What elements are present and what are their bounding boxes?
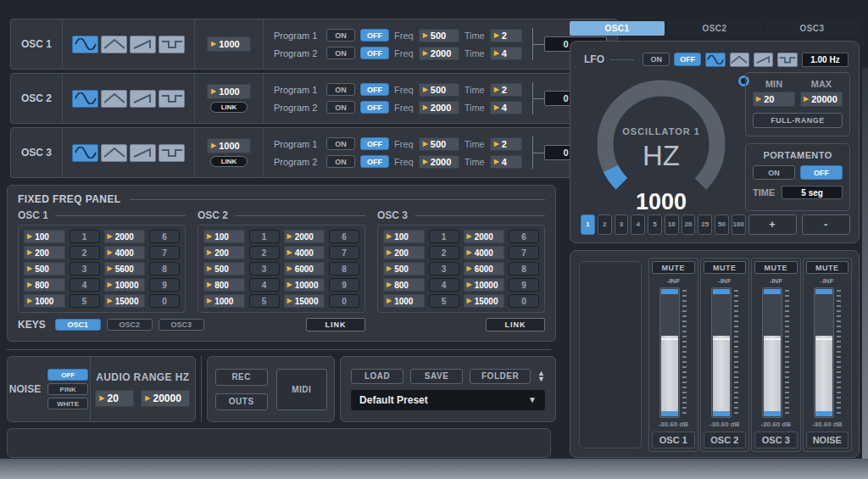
- keys-osc-button[interactable]: OSC1: [55, 319, 101, 331]
- key-button[interactable]: 8: [329, 262, 359, 276]
- freq-value[interactable]: ▶ 200: [383, 246, 425, 259]
- osc-tab[interactable]: OSC3: [765, 21, 860, 36]
- freq-value[interactable]: ▶ 1000: [24, 294, 65, 308]
- freq-value[interactable]: ▶ 6000: [464, 262, 505, 276]
- triangle-wave-button[interactable]: [101, 36, 127, 53]
- noise-mode-button[interactable]: WHITE: [47, 398, 88, 409]
- sine-wave-button[interactable]: [72, 90, 98, 108]
- increment-button[interactable]: +: [748, 214, 797, 235]
- link-button[interactable]: LINK: [306, 318, 365, 331]
- program-off-button[interactable]: OFF: [360, 101, 389, 114]
- freq-value[interactable]: ▶ 800: [383, 278, 425, 292]
- program-freq-value[interactable]: ▶ 500: [419, 29, 459, 42]
- key-button[interactable]: 9: [329, 278, 359, 292]
- freq-value[interactable]: ▶ 15000: [464, 294, 505, 308]
- square-wave-button[interactable]: [159, 90, 185, 108]
- key-button[interactable]: 3: [70, 262, 100, 276]
- program-on-button[interactable]: ON: [326, 29, 355, 42]
- program-time-value[interactable]: ▶ 2: [490, 83, 522, 97]
- osc-tab[interactable]: OSC2: [667, 21, 762, 36]
- freq-value[interactable]: ▶ 6000: [284, 262, 326, 276]
- freq-value[interactable]: ▶ 10000: [104, 278, 146, 292]
- key-button[interactable]: 4: [70, 278, 100, 292]
- key-button[interactable]: 3: [429, 262, 459, 276]
- freq-value[interactable]: ▶ 10000: [284, 278, 326, 292]
- program-off-button[interactable]: OFF: [360, 29, 389, 42]
- noise-mode-button[interactable]: PINK: [47, 383, 88, 395]
- rec-button[interactable]: REC: [215, 369, 268, 386]
- key-button[interactable]: 5: [70, 294, 100, 308]
- freq-value[interactable]: ▶ 2000: [284, 230, 326, 243]
- program-on-button[interactable]: ON: [326, 137, 355, 150]
- freq-value[interactable]: ▶ 200: [203, 246, 245, 259]
- portamento-off-button[interactable]: OFF: [800, 165, 843, 180]
- key-button[interactable]: 8: [149, 262, 180, 276]
- osc-tab[interactable]: OSC1: [570, 21, 665, 36]
- freq-value[interactable]: ▶ 15000: [104, 294, 146, 308]
- program-time-value[interactable]: ▶ 4: [490, 47, 522, 60]
- midi-button[interactable]: MIDI: [276, 369, 327, 410]
- save-button[interactable]: SAVE: [410, 369, 463, 384]
- key-button[interactable]: 7: [149, 246, 180, 259]
- saw-wave-button[interactable]: [130, 36, 156, 53]
- link-button[interactable]: LINK: [486, 318, 545, 331]
- key-button[interactable]: 6: [149, 230, 180, 243]
- portamento-on-button[interactable]: ON: [753, 165, 795, 180]
- step-size-button[interactable]: 10: [665, 214, 679, 235]
- preset-dropdown[interactable]: Default Preset ▼: [351, 390, 545, 410]
- lfo-off-button[interactable]: OFF: [674, 53, 701, 66]
- step-size-button[interactable]: 3: [615, 214, 629, 235]
- link-button[interactable]: LINK: [210, 156, 248, 167]
- full-range-button[interactable]: FULL-RANGE: [753, 113, 843, 128]
- freq-value[interactable]: ▶ 100: [24, 230, 65, 243]
- freq-value[interactable]: ▶ 1000: [203, 294, 245, 308]
- program-time-value[interactable]: ▶ 2: [490, 29, 522, 42]
- program-off-button[interactable]: OFF: [360, 137, 389, 150]
- key-button[interactable]: 1: [70, 230, 100, 243]
- freq-value[interactable]: ▶ 100: [203, 230, 245, 243]
- key-button[interactable]: 4: [429, 278, 459, 292]
- freq-value[interactable]: ▶ 500: [383, 262, 425, 276]
- freq-value[interactable]: ▶ 4000: [104, 246, 146, 259]
- key-button[interactable]: 7: [509, 246, 539, 259]
- key-button[interactable]: 0: [149, 294, 180, 308]
- freq-value[interactable]: ▶ 2000: [104, 230, 146, 243]
- step-size-button[interactable]: 100: [732, 214, 746, 235]
- program-freq-value[interactable]: ▶ 500: [419, 137, 459, 151]
- mute-button[interactable]: MUTE: [652, 261, 695, 274]
- program-on-button[interactable]: ON: [326, 47, 355, 59]
- sine-wave-button[interactable]: [72, 36, 98, 53]
- freq-value[interactable]: ▶ 1000: [383, 294, 425, 308]
- audio-range-max[interactable]: ▶ 20000: [141, 390, 190, 407]
- osc-freq-value[interactable]: ▶ 1000: [207, 84, 251, 99]
- freq-value[interactable]: ▶ 500: [24, 262, 65, 276]
- freq-value[interactable]: ▶ 100: [383, 230, 425, 243]
- fader-handle[interactable]: [815, 336, 832, 416]
- freq-value[interactable]: ▶ 800: [24, 278, 65, 292]
- audio-range-min[interactable]: ▶ 20: [95, 390, 134, 407]
- key-button[interactable]: 0: [509, 294, 539, 308]
- key-button[interactable]: 2: [249, 246, 280, 259]
- freq-value[interactable]: ▶ 15000: [284, 294, 326, 308]
- key-button[interactable]: 4: [249, 278, 280, 292]
- program-off-button[interactable]: OFF: [360, 47, 389, 59]
- program-off-button[interactable]: OFF: [360, 155, 389, 168]
- load-button[interactable]: LOAD: [351, 369, 403, 384]
- freq-value[interactable]: ▶ 10000: [464, 278, 505, 292]
- square-wave-button[interactable]: [159, 36, 185, 53]
- program-on-button[interactable]: ON: [326, 155, 355, 168]
- key-button[interactable]: 5: [249, 294, 280, 308]
- step-size-button[interactable]: 1: [581, 214, 595, 235]
- noise-mode-button[interactable]: OFF: [47, 369, 88, 381]
- sine-wave-button[interactable]: [705, 53, 725, 67]
- triangle-wave-button[interactable]: [101, 90, 127, 108]
- volume-fader[interactable]: [814, 287, 834, 418]
- program-on-button[interactable]: ON: [326, 83, 355, 96]
- mute-button[interactable]: MUTE: [754, 261, 798, 274]
- fader-handle[interactable]: [764, 336, 781, 416]
- max-value[interactable]: ▶ 20000: [800, 92, 843, 107]
- step-size-button[interactable]: 4: [631, 214, 645, 235]
- square-wave-button[interactable]: [159, 144, 185, 162]
- key-button[interactable]: 1: [249, 230, 280, 243]
- freq-value[interactable]: ▶ 4000: [284, 246, 326, 259]
